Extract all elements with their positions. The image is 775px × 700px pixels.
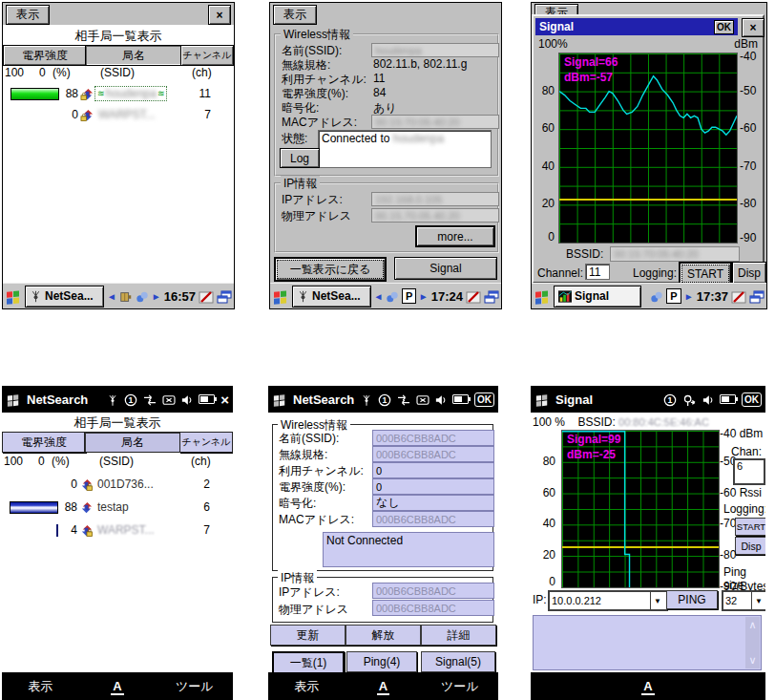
release-button[interactable]: 解放 [346, 625, 421, 646]
menu-tools[interactable]: ツール [422, 678, 498, 695]
header-name[interactable]: 局名 [84, 432, 181, 453]
ip-combobox[interactable]: 10.0.0.212▼ [548, 590, 668, 611]
desktop-layers-icon[interactable] [484, 287, 499, 305]
ssid-field[interactable]: houdenpa [371, 43, 499, 57]
connection-status-icon[interactable] [416, 392, 429, 407]
tray-left-arrow-icon[interactable]: ◄ [107, 291, 116, 302]
logging-start-button[interactable]: START [735, 518, 765, 536]
header-strength[interactable]: 電界強度 [3, 45, 87, 66]
update-button[interactable]: 更新 [270, 625, 346, 646]
header-channel[interactable]: チャンネル [180, 45, 234, 66]
input-method-button[interactable]: A [609, 679, 687, 693]
circled-1-icon[interactable]: 1 [124, 392, 137, 407]
antenna-status-icon[interactable] [361, 392, 372, 406]
tray-left-arrow-icon[interactable]: ◄ [374, 291, 384, 302]
battery-icon[interactable] [452, 394, 469, 404]
network-tray-icon[interactable] [650, 287, 663, 305]
circled-1-icon[interactable]: 1 [378, 392, 391, 407]
menu-hyouji[interactable]: 表示 [2, 678, 79, 695]
speaker-icon[interactable] [181, 392, 193, 407]
list-row[interactable]: 88 ≋houdenpa≋ 11 [3, 83, 234, 104]
chan-field[interactable]: 6 [733, 458, 765, 485]
scrollbar[interactable]: ∧∨ [745, 617, 760, 668]
channel-field[interactable]: 0 [372, 462, 494, 478]
close-button[interactable]: × [742, 18, 765, 37]
list-row[interactable]: 0 001D736... 2 [2, 474, 233, 495]
menu-hyouji[interactable]: 表示 [268, 678, 345, 695]
ping-size-combobox[interactable]: 32▼ [722, 590, 765, 611]
channel-field[interactable]: 11 [585, 264, 610, 280]
battery-icon[interactable] [199, 394, 215, 404]
battery-icon[interactable] [720, 394, 736, 404]
tab-list-button[interactable]: 一覧(1) [272, 651, 345, 674]
menu-tools[interactable]: ツール [156, 678, 233, 695]
clock[interactable]: 16:57 [164, 289, 196, 304]
log-button[interactable]: Log [280, 148, 320, 168]
network-tray-icon[interactable] [136, 287, 149, 305]
menu-hyouji-button[interactable]: 表示 [273, 5, 317, 25]
input-method-button[interactable]: A [345, 679, 421, 693]
clock[interactable]: 17:24 [431, 289, 463, 304]
list-row[interactable]: 0 WARPST... 7 [3, 104, 234, 125]
ssid-field[interactable]: 000B6CBB8ADC [372, 430, 494, 446]
phys-addr-field[interactable]: 00.15.70.05.40.20 [371, 208, 499, 223]
ip-field[interactable]: 192.168.0.105 [371, 192, 499, 206]
back-to-list-button[interactable]: 一覧表示に戻る [274, 257, 387, 282]
taskbar-app-button[interactable]: Signal [554, 286, 641, 308]
start-button[interactable] [534, 287, 551, 305]
sync-arrows-icon[interactable] [143, 392, 157, 407]
start-flag-icon[interactable] [534, 392, 550, 407]
pen-input-icon[interactable] [199, 287, 214, 305]
desktop-layers-icon[interactable] [749, 287, 765, 305]
clock[interactable]: 17:37 [697, 289, 728, 304]
header-name[interactable]: 局名 [85, 45, 182, 66]
mac-field[interactable]: 00:15:70:05:40:20 [371, 115, 499, 129]
scroll-up-icon[interactable]: ∧ [748, 619, 756, 631]
input-method-button[interactable]: A [79, 679, 157, 693]
tray-right-arrow-icon[interactable]: ► [419, 291, 429, 302]
battery-tray-icon[interactable] [119, 287, 133, 305]
bssid-field[interactable]: 00:15:70:05:40:20 [610, 246, 740, 262]
ip-field[interactable]: 000B6CBB8ADC [372, 583, 494, 599]
mac-field[interactable]: 000B6CBB8ADC [372, 511, 494, 527]
signal-button[interactable]: Signal [394, 257, 497, 280]
disp-button[interactable]: Disp [735, 537, 765, 555]
standard-field[interactable]: 000B6CBB8ADC [372, 446, 494, 462]
chevron-down-icon[interactable]: ▼ [751, 592, 765, 609]
selected-ssid-box[interactable]: ≋houdenpa≋ [94, 86, 167, 101]
ping-button[interactable]: PING [666, 590, 718, 609]
disp-button[interactable]: Disp [732, 262, 766, 284]
header-channel[interactable]: チャンネル [179, 432, 233, 453]
encryption-field[interactable]: なし [372, 495, 494, 511]
menu-hyouji-button[interactable]: 表示 [6, 5, 50, 25]
input-panel-tray-icon[interactable]: P [666, 288, 681, 304]
connection-status-icon[interactable] [162, 392, 176, 407]
pen-input-icon[interactable] [731, 287, 746, 305]
ok-button[interactable]: OK [714, 20, 734, 34]
speaker-icon[interactable] [702, 392, 714, 407]
pen-input-icon[interactable] [466, 287, 481, 305]
ok-button[interactable]: OK [742, 392, 762, 407]
connectivity-person-icon[interactable] [682, 392, 697, 406]
circled-1-icon[interactable]: 1 [663, 392, 677, 407]
dialog-titlebar[interactable]: Signal OK [535, 18, 738, 35]
strength-field[interactable]: 0 [372, 478, 494, 495]
list-row[interactable]: 88 testap 6 [2, 497, 233, 518]
header-strength[interactable]: 電界強度 [2, 432, 86, 453]
antenna-status-icon[interactable] [107, 392, 118, 406]
more-button[interactable]: more... [415, 225, 495, 247]
close-button[interactable]: × [208, 5, 231, 25]
tab-ping-button[interactable]: Ping(4) [346, 651, 417, 672]
tab-signal-button[interactable]: Signal(5) [421, 651, 495, 672]
ok-button[interactable]: OK [474, 392, 494, 407]
taskbar-app-button[interactable]: NetSea... [292, 286, 371, 308]
list-row[interactable]: 4 WARPST... 7 [2, 520, 233, 541]
taskbar-app-button[interactable]: NetSea... [25, 286, 104, 308]
chevron-down-icon[interactable]: ▼ [650, 592, 664, 609]
start-button[interactable] [272, 287, 289, 305]
start-button[interactable] [5, 287, 22, 305]
tray-right-arrow-icon[interactable]: ► [152, 291, 161, 302]
phys-addr-field[interactable]: 000B6CBB8ADC [372, 600, 494, 616]
start-flag-icon[interactable] [6, 392, 21, 407]
network-tray-icon[interactable] [386, 287, 399, 305]
